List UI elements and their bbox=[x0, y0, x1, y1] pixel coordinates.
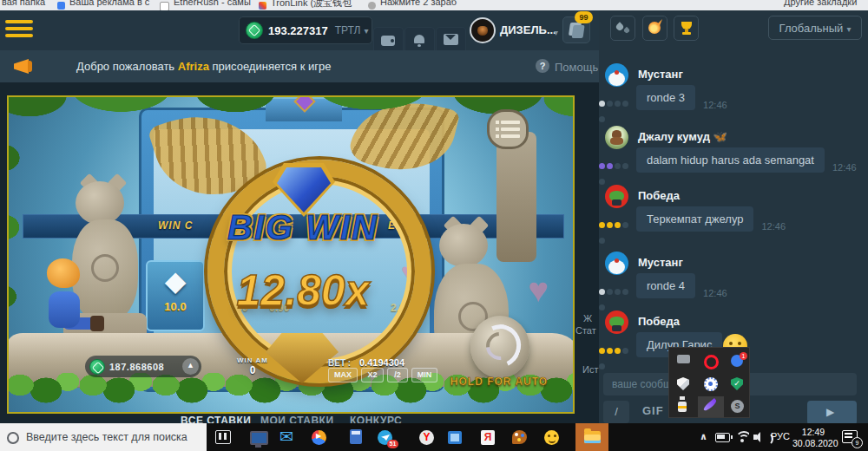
taskbar-app-yandex-browser[interactable]: Y bbox=[418, 428, 437, 447]
tray-expand-chevron[interactable]: ∧ bbox=[700, 431, 707, 442]
bookmark-favicon bbox=[368, 2, 376, 10]
taskbar-app-paint[interactable] bbox=[510, 428, 529, 447]
bookmark-item[interactable]: TronLink (波宝钱包 bbox=[271, 0, 352, 10]
spin-button[interactable] bbox=[470, 316, 529, 378]
avatar[interactable] bbox=[605, 310, 628, 334]
bet-half-button[interactable]: /2 bbox=[387, 368, 408, 382]
user-avatar[interactable] bbox=[470, 17, 496, 43]
menu-hamburger-icon[interactable] bbox=[5, 20, 33, 41]
taskbar-app-media-player[interactable] bbox=[310, 428, 329, 447]
coin-icon bbox=[89, 359, 105, 375]
chat-message: Мустанг ronde 312:46 bbox=[599, 63, 864, 110]
side-label-zh[interactable]: Ж bbox=[583, 313, 592, 324]
chat-username[interactable]: Победа bbox=[638, 185, 864, 202]
chat-flag-icon bbox=[569, 23, 582, 36]
bell-icon bbox=[414, 35, 424, 43]
search-icon bbox=[7, 432, 19, 444]
chat-message-time: 12:46 bbox=[703, 288, 727, 298]
chat-message: Джалу кумуд 🦋 dalam hidup harus ada sema… bbox=[599, 126, 864, 173]
paint-palette-icon bbox=[512, 430, 527, 444]
help-icon[interactable] bbox=[536, 59, 549, 73]
game-balance-value: 187.868608 bbox=[109, 362, 164, 372]
bet-double-button[interactable]: X2 bbox=[361, 368, 384, 382]
browser-bookmarks-bar: вая папка Ваша реклама в с EtherRush - с… bbox=[0, 0, 868, 10]
bookmark-favicon bbox=[259, 2, 266, 10]
notification-app-tray-icon[interactable] bbox=[731, 355, 743, 367]
avatar[interactable] bbox=[605, 252, 628, 275]
speaker-icon[interactable] bbox=[753, 432, 767, 442]
avatar[interactable] bbox=[605, 63, 628, 87]
avatar[interactable] bbox=[605, 126, 628, 149]
win-amount-value: 0 bbox=[227, 364, 278, 376]
side-label-hist[interactable]: Ист bbox=[582, 364, 598, 375]
chat-message: Победа Теркемпат джелур12:46 bbox=[599, 185, 864, 232]
tray-overflow-popup: S bbox=[668, 347, 750, 418]
bookmark-item[interactable]: EtherRush - самы bbox=[174, 0, 251, 7]
task-view-button[interactable] bbox=[214, 428, 233, 447]
taskbar-search-input[interactable] bbox=[0, 423, 207, 451]
currency-dropdown[interactable]: ТРТЛ bbox=[335, 24, 369, 36]
taskbar-app-photos[interactable] bbox=[445, 428, 464, 447]
taskbar-app-telegram[interactable]: 51 bbox=[376, 428, 395, 447]
windows-taskbar: ✉ 51 Y Я ∧ РУС 12:49 30.08.2020 9 bbox=[0, 423, 868, 451]
screen: вая папка Ваша реклама в с EtherRush - с… bbox=[0, 0, 868, 451]
photos-icon bbox=[448, 431, 462, 444]
defender-shield-tray-icon[interactable] bbox=[677, 377, 689, 390]
bookmark-item[interactable]: вая папка bbox=[2, 0, 45, 7]
antivirus-shield-tray-icon[interactable] bbox=[731, 377, 743, 390]
hold-for-auto-label: HOLD FOR AUTO bbox=[443, 376, 556, 388]
chat-message: Мустанг ronde 412:46 bbox=[599, 252, 864, 298]
bookmark-favicon bbox=[160, 2, 169, 10]
taskbar-app-calculator[interactable] bbox=[346, 428, 365, 447]
clock-time: 12:49 bbox=[792, 427, 834, 438]
wallet-icon bbox=[381, 36, 395, 46]
trophy-icon bbox=[681, 22, 692, 29]
rain-button[interactable] bbox=[610, 16, 635, 41]
battery-icon[interactable] bbox=[715, 433, 730, 442]
balance-pill[interactable]: 193.227317 ТРТЛ bbox=[239, 16, 372, 44]
gif-button[interactable]: GIF bbox=[642, 404, 664, 417]
help-label[interactable]: Помощь bbox=[555, 61, 598, 74]
chat-message-time: 12:46 bbox=[832, 162, 857, 173]
taskbar-clock[interactable]: 12:49 30.08.2020 bbox=[792, 427, 834, 449]
send-message-button[interactable] bbox=[807, 401, 857, 425]
taskbar-app-emoji[interactable] bbox=[542, 428, 562, 447]
taskbar-app-explorer-active[interactable] bbox=[575, 423, 608, 451]
level-dots bbox=[599, 216, 637, 247]
opera-tray-icon[interactable] bbox=[704, 355, 719, 369]
yandex-browser-icon: Y bbox=[419, 430, 434, 445]
contest-button[interactable] bbox=[674, 16, 699, 41]
envelope-icon bbox=[444, 34, 458, 45]
task-view-icon bbox=[215, 430, 231, 444]
username-label[interactable]: ДИЗЕЛЬ... bbox=[500, 23, 556, 36]
bookmark-item[interactable]: Нажмите 2 зараб bbox=[380, 0, 457, 7]
language-indicator[interactable]: РУС bbox=[771, 431, 790, 441]
bookmark-item[interactable]: Ваша реклама в с bbox=[69, 0, 149, 7]
chat-username[interactable]: Мустанг bbox=[638, 63, 864, 81]
telegram-badge: 51 bbox=[387, 440, 398, 448]
coindrop-button[interactable] bbox=[642, 16, 667, 41]
taskbar-app-yandex[interactable]: Я bbox=[478, 428, 497, 447]
user-menu-caret-icon[interactable] bbox=[550, 23, 558, 39]
chat-message-time: 12:46 bbox=[761, 221, 786, 232]
chat-channel-dropdown[interactable]: Глобальный bbox=[768, 16, 862, 40]
steam-tray-icon[interactable]: S bbox=[731, 400, 744, 413]
taskbar-app-mail[interactable]: ✉ bbox=[279, 428, 299, 447]
wifi-icon[interactable] bbox=[735, 431, 749, 442]
display-tray-icon[interactable] bbox=[677, 355, 690, 363]
bet-max-button[interactable]: MAX bbox=[328, 368, 358, 382]
taskbar-app-computer[interactable] bbox=[248, 428, 267, 447]
deposit-arrow-button[interactable] bbox=[182, 358, 199, 375]
clock-date: 30.08.2020 bbox=[792, 438, 834, 449]
avatar[interactable] bbox=[605, 185, 628, 208]
media-app-tray-icon[interactable] bbox=[704, 377, 718, 391]
chat-username[interactable]: Победа bbox=[638, 310, 864, 328]
chat-username[interactable]: Джалу кумуд 🦋 bbox=[638, 126, 864, 143]
bet-min-button[interactable]: MIN bbox=[411, 368, 437, 382]
game-menu-button[interactable] bbox=[487, 109, 529, 149]
slash-command-button[interactable]: / bbox=[603, 401, 629, 423]
chat-username[interactable]: Мустанг bbox=[638, 252, 864, 269]
other-bookmarks[interactable]: Другие закладки bbox=[784, 0, 857, 7]
side-label-stat[interactable]: Стат bbox=[575, 325, 596, 336]
recorder-tray-icon[interactable] bbox=[678, 402, 687, 412]
